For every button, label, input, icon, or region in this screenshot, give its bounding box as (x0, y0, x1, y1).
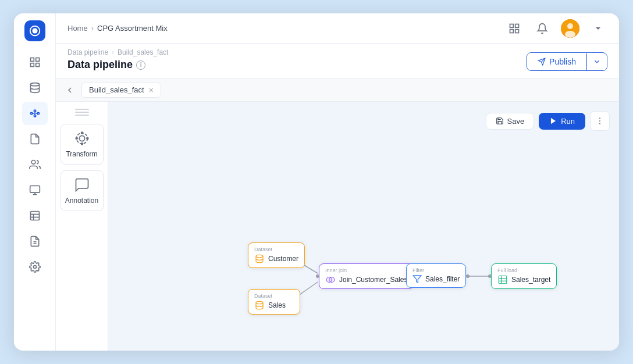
sidebar-logo[interactable] (24, 20, 45, 41)
svg-point-41 (599, 117, 600, 119)
publish-dropdown-button[interactable] (586, 53, 607, 70)
sidebar-item-report[interactable] (22, 230, 48, 253)
node-customer-name: Customer (268, 255, 298, 263)
palette-drag-handle (75, 109, 89, 118)
svg-point-54 (329, 277, 335, 283)
tab-label: Build_sales_fact (89, 85, 144, 94)
chevron-left-icon (65, 85, 74, 95)
sidebar-item-settings[interactable] (22, 255, 48, 279)
page-header-left: Data pipeline › Build_sales_fact Data pi… (67, 48, 168, 71)
chevron-down-icon (593, 24, 603, 33)
node-join-type: Inner join (325, 267, 407, 273)
file-icon (29, 133, 41, 145)
publish-chevron-icon (593, 58, 601, 66)
svg-point-30 (567, 23, 573, 29)
top-bar-actions (505, 19, 607, 38)
svg-rect-56 (499, 276, 507, 284)
breadcrumb-home[interactable]: Home (67, 24, 88, 33)
app-window: Home › CPG Assortment Mix (14, 13, 619, 351)
sidebar-item-table[interactable] (22, 204, 48, 227)
svg-point-42 (599, 120, 600, 122)
svg-point-9 (37, 112, 39, 114)
node-target[interactable]: Full load Sales_target (491, 263, 557, 289)
flow-connectors (108, 102, 619, 351)
save-button[interactable]: Save (486, 113, 535, 130)
annotation-icon (74, 177, 90, 193)
node-sales-main: Sales (254, 300, 294, 311)
tab-close-button[interactable]: × (149, 85, 154, 95)
tab-collapse-button[interactable] (63, 83, 77, 97)
compare-icon (508, 23, 520, 34)
avatar[interactable] (561, 19, 579, 38)
node-filter[interactable]: Filter Sales_filter (406, 263, 466, 288)
breadcrumb-current: CPG Assortment Mix (97, 24, 168, 33)
svg-point-0 (32, 28, 37, 33)
svg-point-7 (30, 112, 32, 114)
node-sales[interactable]: Dataset Sales (248, 289, 300, 315)
node-customer[interactable]: Dataset Customer (248, 242, 305, 268)
info-icon-btn[interactable]: i (136, 60, 145, 70)
avatar-image (561, 19, 579, 38)
notification-icon-btn[interactable] (533, 19, 552, 38)
sidebar-item-pipeline[interactable] (22, 102, 48, 125)
compare-icon-btn[interactable] (505, 19, 524, 38)
run-button[interactable]: Run (539, 113, 585, 130)
svg-rect-27 (515, 29, 519, 33)
pipeline-canvas[interactable]: Save Run (108, 102, 619, 351)
svg-rect-25 (510, 24, 514, 27)
sidebar-item-grid[interactable] (22, 51, 48, 74)
svg-rect-18 (30, 212, 39, 220)
sidebar-item-users[interactable] (22, 153, 48, 176)
svg-point-49 (466, 274, 470, 278)
node-customer-type: Dataset (254, 247, 298, 252)
run-label: Run (561, 117, 575, 126)
svg-rect-26 (515, 24, 519, 27)
publish-button[interactable]: Publish (527, 53, 586, 70)
node-customer-main: Customer (254, 254, 298, 264)
tab-build-sales-fact[interactable]: Build_sales_fact × (81, 83, 161, 98)
dataset-icon-sales (254, 300, 265, 311)
palette-item-annotation[interactable]: Annotation (61, 170, 104, 211)
node-filter-main: Sales_filter (412, 274, 460, 284)
node-filter-name: Sales_filter (425, 275, 460, 283)
sidebar (14, 13, 56, 351)
node-join[interactable]: Inner join Join_Customer_Sales (319, 263, 414, 289)
palette-item-transform[interactable]: Transform (61, 124, 104, 165)
page-title: Data pipeline i (67, 59, 168, 71)
top-bar: Home › CPG Assortment Mix (56, 13, 619, 44)
svg-point-51 (256, 255, 263, 258)
svg-rect-2 (30, 58, 34, 62)
tab-bar: Build_sales_fact × (56, 78, 619, 102)
node-join-main: Join_Customer_Sales (325, 274, 407, 285)
table-icon (29, 210, 41, 222)
page-breadcrumb-sep: › (112, 48, 114, 56)
node-join-name: Join_Customer_Sales (339, 276, 407, 284)
more-options-button[interactable] (590, 111, 610, 131)
palette-annotation-label: Annotation (65, 197, 98, 205)
svg-point-10 (34, 115, 35, 117)
sidebar-item-file[interactable] (22, 127, 48, 151)
node-target-name: Sales_target (511, 276, 550, 284)
more-icon (595, 116, 604, 126)
node-target-main: Sales_target (497, 274, 550, 285)
svg-rect-5 (35, 63, 39, 67)
svg-point-31 (565, 31, 575, 38)
account-dropdown-btn[interactable] (589, 19, 607, 38)
svg-point-8 (34, 110, 35, 112)
breadcrumb-sep: › (91, 24, 94, 33)
palette-transform-label: Transform (66, 150, 97, 158)
publish-btn-group: Publish (527, 52, 607, 71)
svg-point-39 (86, 137, 89, 140)
transform-icon (74, 130, 90, 147)
node-target-type: Full load (497, 267, 550, 273)
join-icon (325, 274, 336, 285)
canvas-toolbar: Save Run (486, 111, 610, 131)
bell-icon (536, 23, 548, 34)
filter-icon (412, 274, 422, 284)
sidebar-item-database[interactable] (22, 76, 48, 99)
svg-marker-40 (551, 118, 556, 124)
svg-point-35 (76, 133, 87, 144)
page-header: Data pipeline › Build_sales_fact Data pi… (56, 44, 619, 78)
pipeline-area: Transform Annotation (56, 102, 619, 351)
sidebar-item-monitor[interactable] (22, 179, 48, 202)
